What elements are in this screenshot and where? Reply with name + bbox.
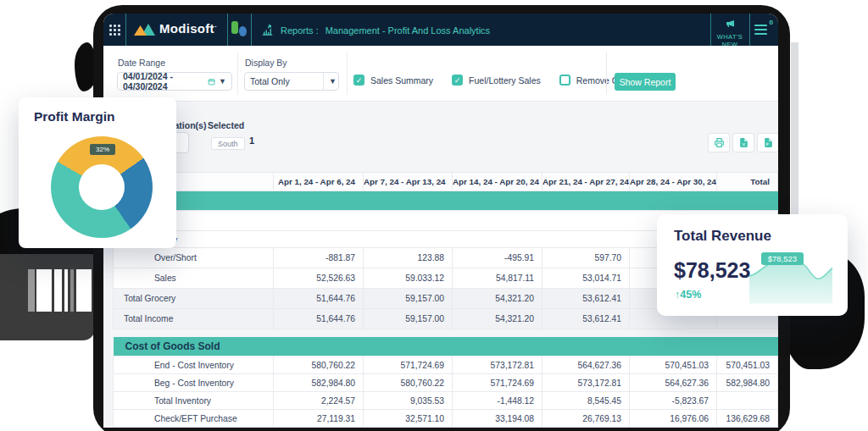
row-label: Total Grocery bbox=[114, 289, 274, 309]
selected-count: 1 bbox=[249, 135, 254, 146]
analytics-chart-icon bbox=[261, 24, 274, 36]
sparkline-tooltip: $78,523 bbox=[761, 252, 804, 265]
checkbox-checked-icon[interactable]: ✓ bbox=[353, 75, 364, 86]
display-by-select[interactable]: Total Only ▼ bbox=[244, 72, 339, 91]
marketing-stage: Modisoft- Reports : Management - Profit … bbox=[0, 0, 868, 431]
column-header: Apr 28, 24 - Apr 30, 24 bbox=[630, 173, 717, 191]
brand-text: Modisoft bbox=[159, 21, 214, 36]
megaphone-icon bbox=[725, 19, 736, 29]
selected-label: Selected bbox=[208, 120, 244, 130]
cell-value: 53,612.41 bbox=[542, 309, 630, 329]
export-group bbox=[708, 133, 778, 152]
filter-divider bbox=[606, 52, 607, 95]
cell-value: -881.87 bbox=[274, 248, 364, 268]
total-revenue-value: $78,523 bbox=[674, 258, 750, 283]
printer-icon bbox=[714, 137, 725, 148]
cell-value: 580,760.22 bbox=[364, 374, 453, 392]
profit-margin-card: Profit Margin 32% bbox=[19, 97, 176, 248]
filter-bar: Date Range 04/01/2024 - 04/30/2024 ▼ Dis… bbox=[103, 46, 778, 102]
cell-value: 54,321.20 bbox=[453, 289, 542, 309]
row-label: Total Income bbox=[114, 309, 274, 329]
cell-value bbox=[717, 392, 778, 410]
cell-value: 571,724.69 bbox=[453, 374, 542, 392]
cell-value: 582,984.80 bbox=[717, 374, 778, 392]
cell-value: 53,014.71 bbox=[542, 268, 630, 289]
checkbox-unchecked-icon[interactable] bbox=[559, 75, 570, 86]
barcode-stripe bbox=[54, 269, 62, 312]
total-revenue-title: Total Revenue bbox=[674, 228, 771, 245]
export-excel-button[interactable] bbox=[732, 133, 754, 152]
cell-value: 51,644.76 bbox=[274, 289, 364, 309]
brand-name: Modisoft- bbox=[159, 21, 217, 36]
total-revenue-change: ↑45% bbox=[675, 289, 701, 301]
cell-value: 573,172.81 bbox=[453, 356, 542, 374]
display-by-label: Display By bbox=[245, 58, 287, 68]
table-header-row: Apr 1, 24 - Apr 6, 24Apr 7, 24 - Apr 13,… bbox=[114, 173, 778, 191]
header-divider bbox=[749, 14, 750, 46]
column-header: Apr 14, 24 - Apr 20, 24 bbox=[453, 173, 542, 191]
barcode-stripe bbox=[76, 269, 92, 312]
brand-mark: - bbox=[214, 22, 217, 30]
date-range-input[interactable]: 04/01/2024 - 04/30/2024 ▼ bbox=[117, 72, 232, 91]
barcode-stripe bbox=[70, 269, 74, 312]
table-row-beg-cost-inventory: Beg - Cost Inventory582,984.80580,760.22… bbox=[114, 374, 778, 392]
cell-value: 16,976.06 bbox=[630, 410, 717, 428]
row-label bbox=[114, 428, 274, 428]
cell-value: 564,627.36 bbox=[542, 356, 630, 374]
column-header: Apr 21, 24 - Apr 27, 24 bbox=[542, 173, 630, 191]
cell-value: 59,157.00 bbox=[364, 309, 453, 329]
table-row-end-cost-inventory: End - Cost Inventory580,760.22571,724.69… bbox=[114, 356, 778, 374]
export-pdf-button[interactable] bbox=[757, 133, 778, 152]
barcode-stripe bbox=[64, 269, 68, 312]
cell-value: 59.033.12 bbox=[364, 268, 453, 289]
table-row-gap bbox=[114, 329, 778, 337]
whats-new-button[interactable]: WHAT'S NEW bbox=[710, 17, 749, 42]
cell-value: 580,760.22 bbox=[274, 356, 364, 374]
cell-value bbox=[453, 428, 542, 428]
excel-file-icon bbox=[738, 137, 749, 148]
gap-cell bbox=[114, 329, 778, 337]
apps-grid-icon[interactable] bbox=[109, 25, 120, 36]
table-row-cost-of-goods-sold: Cost of Goods Sold bbox=[114, 337, 778, 356]
print-button[interactable] bbox=[708, 133, 730, 152]
show-report-button[interactable]: Show Report bbox=[615, 73, 676, 91]
cell-value: 2,224.57 bbox=[274, 392, 364, 410]
checkbox-fuel-lottery-sales[interactable]: ✓Fuel/Lottery Sales bbox=[452, 75, 541, 86]
checkbox-sales-summary[interactable]: ✓Sales Summary bbox=[353, 75, 433, 86]
cell-value: 59,157.00 bbox=[364, 289, 453, 309]
cell-value: 564,627.36 bbox=[630, 374, 717, 392]
cell-value: 54,321.20 bbox=[453, 309, 542, 329]
section-band-label bbox=[114, 191, 778, 211]
date-range-label: Date Range bbox=[118, 58, 165, 68]
cell-value: 26,769.13 bbox=[542, 410, 630, 428]
cell-value: 53,612.41 bbox=[542, 289, 630, 309]
menu-button[interactable]: 0 bbox=[754, 25, 767, 37]
product-icon[interactable] bbox=[231, 21, 248, 37]
donut-tooltip: 32% bbox=[90, 144, 115, 155]
cell-value: 8,545.45 bbox=[542, 392, 630, 410]
app-header: Modisoft- Reports : Management - Profit … bbox=[103, 14, 778, 46]
cell-value: 32,571.10 bbox=[364, 410, 453, 428]
checkbox-checked-icon[interactable]: ✓ bbox=[452, 75, 463, 86]
profit-margin-title: Profit Margin bbox=[34, 109, 115, 124]
header-divider bbox=[125, 14, 126, 46]
cell-value bbox=[364, 428, 453, 428]
chevron-down-icon: ▼ bbox=[323, 73, 338, 90]
header-divider bbox=[251, 14, 252, 46]
table-row-band bbox=[114, 191, 778, 211]
date-range-value: 04/01/2024 - 04/30/2024 bbox=[123, 71, 203, 91]
filter-divider bbox=[347, 52, 348, 95]
page-title: Reports : Management - Profit And Loss A… bbox=[261, 24, 490, 36]
cell-value: 27,119.31 bbox=[274, 410, 364, 428]
row-label: Over/Short bbox=[114, 248, 274, 268]
cell-value: -5,823.67 bbox=[630, 392, 717, 410]
page-title-prefix: Reports : bbox=[281, 25, 319, 36]
filter-divider bbox=[237, 52, 238, 95]
cell-value: 597.70 bbox=[542, 248, 630, 268]
cell-value: 52,526.63 bbox=[274, 268, 364, 289]
cell-value: -1,448.12 bbox=[453, 392, 542, 410]
cell-value: 33,194.08 bbox=[453, 410, 542, 428]
page-title-text: Management - Profit And Loss Analytics bbox=[326, 25, 490, 36]
row-label: Sales bbox=[114, 268, 274, 289]
chevron-down-icon: ▼ bbox=[219, 77, 226, 86]
